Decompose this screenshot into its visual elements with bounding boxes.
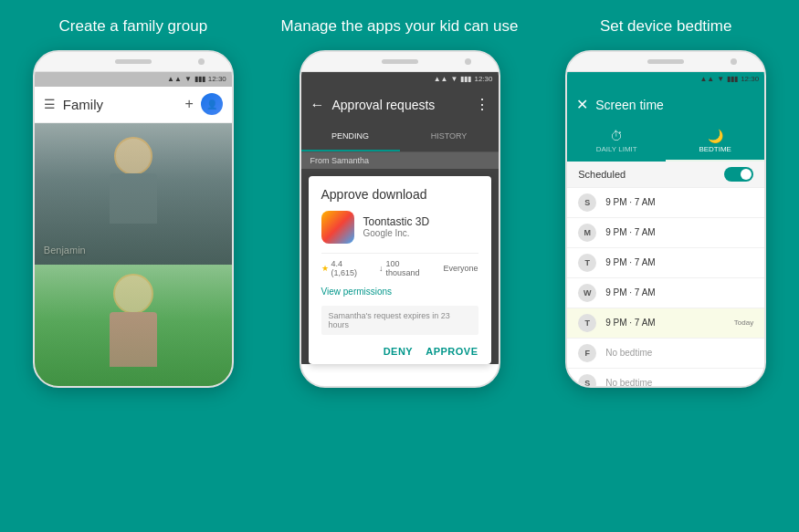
panel-bedtime: Set device bedtime ▲▲ ▼ ▮▮▮ 12:30 ✕ Scre… — [532, 0, 799, 532]
status-bar-3: ▲▲ ▼ ▮▮▮ 12:30 — [567, 72, 764, 87]
tab-bedtime[interactable]: 🌙 BEDTIME — [666, 123, 764, 162]
screen-time-title: Screen time — [595, 98, 755, 112]
panel3-title: Set device bedtime — [600, 16, 732, 37]
downloads-value: 100 thousand — [385, 259, 432, 277]
day-time-4: 9 PM · 7 AM — [605, 318, 734, 328]
day-circle-1: M — [578, 224, 596, 242]
deny-button[interactable]: DENY — [384, 346, 414, 357]
day-rows: S9 PM · 7 AMM9 PM · 7 AMT9 PM · 7 AMW9 P… — [567, 188, 764, 388]
dialog-meta: ★ 4.4 (1,615) ↓ 100 thousand Everyone — [309, 254, 491, 283]
app-row: Toontastic 3D Google Inc. — [309, 207, 491, 253]
screen-time-tabs: ⏱ DAILY LIMIT 🌙 BEDTIME — [567, 123, 764, 162]
phone-2: ▲▲ ▼ ▮▮▮ 12:30 ← Approval requests ⋮ PEN… — [300, 50, 500, 388]
download-icon: ↓ — [379, 264, 384, 273]
signal-icon: ▲▲ — [167, 75, 182, 83]
photo-overlay — [35, 123, 232, 265]
back-icon[interactable]: ← — [310, 97, 325, 113]
approval-dialog: Approve download Toontastic 3D Google In… — [309, 176, 491, 364]
battery-icon-2: ▮▮▮ — [460, 75, 471, 83]
status-bar-2: ▲▲ ▼ ▮▮▮ 12:30 — [301, 72, 499, 87]
day-row-4[interactable]: T9 PM · 7 AMToday — [567, 308, 764, 339]
audience-value: Everyone — [443, 264, 478, 273]
day-row-3[interactable]: W9 PM · 7 AM — [567, 278, 764, 308]
timer-icon: ⏱ — [610, 129, 623, 143]
day-time-1: 9 PM · 7 AM — [605, 227, 753, 237]
phone-speaker-2 — [382, 59, 418, 64]
screen-time-content: Scheduled S9 PM · 7 AMM9 PM · 7 AMT9 PM … — [567, 162, 764, 388]
app-bar-dark: ← Approval requests ⋮ — [301, 87, 499, 123]
downloads-item: ↓ 100 thousand — [379, 259, 433, 277]
phone-1: ▲▲ ▼ ▮▮▮ 12:30 ☰ Family + 👤 Benjam — [33, 50, 234, 388]
photo-girl — [35, 265, 232, 388]
approve-button[interactable]: APPROVE — [426, 346, 478, 357]
more-icon[interactable]: ⋮ — [475, 96, 489, 113]
day-time-5: No bedtime — [605, 348, 753, 358]
day-time-2: 9 PM · 7 AM — [605, 257, 753, 267]
photo-grid: Benjamin — [35, 123, 232, 388]
signal-icon-3: ▲▲ — [699, 75, 714, 83]
wifi-icon: ▼ — [184, 75, 192, 83]
phone-top-3 — [567, 52, 764, 72]
day-row-6[interactable]: SNo bedtime — [567, 369, 764, 388]
menu-icon[interactable]: ☰ — [44, 97, 56, 111]
day-circle-0: S — [578, 193, 596, 212]
dialog-title: Approve download — [309, 176, 491, 207]
view-permissions-link[interactable]: View permissions — [309, 283, 491, 302]
phone-top-2 — [301, 52, 499, 72]
tab-pending[interactable]: PENDING — [301, 123, 400, 151]
tab-daily-limit[interactable]: ⏱ DAILY LIMIT — [567, 123, 666, 162]
time-display-1: 12:30 — [208, 75, 226, 83]
wifi-icon-3: ▼ — [717, 75, 724, 83]
app-publisher: Google Inc. — [363, 228, 430, 238]
app-icon — [321, 211, 354, 244]
day-row-5[interactable]: FNo bedtime — [567, 339, 764, 369]
day-row-0[interactable]: S9 PM · 7 AM — [567, 188, 764, 218]
day-time-6: No bedtime — [605, 378, 753, 388]
dark-background: From Samantha Approve download Toontasti… — [301, 152, 499, 364]
battery-icon: ▮▮▮ — [194, 75, 205, 83]
time-display-3: 12:30 — [741, 75, 759, 83]
wifi-icon-2: ▼ — [451, 75, 458, 83]
day-time-0: 9 PM · 7 AM — [605, 197, 753, 207]
photo-boy: Benjamin — [35, 123, 232, 265]
daily-limit-label: DAILY LIMIT — [596, 145, 637, 153]
phone-speaker — [115, 59, 152, 64]
app-info: Toontastic 3D Google Inc. — [363, 215, 430, 238]
tab-history[interactable]: HISTORY — [400, 123, 499, 151]
day-circle-2: T — [578, 254, 596, 272]
phone-top-1 — [35, 52, 232, 72]
app-bar-title-1: Family — [63, 97, 178, 112]
phone-speaker-3 — [647, 59, 684, 64]
battery-icon-3: ▮▮▮ — [727, 75, 738, 83]
day-row-1[interactable]: M9 PM · 7 AM — [567, 218, 764, 248]
from-label: From Samantha — [301, 152, 499, 169]
scheduled-toggle[interactable] — [724, 167, 753, 182]
girl-photo-overlay — [35, 265, 232, 388]
day-time-3: 9 PM · 7 AM — [605, 287, 753, 297]
app-bar-teal: ✕ Screen time — [567, 87, 764, 123]
tab-bar: PENDING HISTORY — [301, 123, 499, 152]
phone-camera-3 — [731, 58, 737, 65]
star-icon: ★ — [321, 264, 329, 273]
scheduled-row: Scheduled — [567, 162, 764, 188]
avatar[interactable]: 👤 — [201, 93, 223, 115]
rating-item: ★ 4.4 (1,615) — [321, 259, 368, 277]
day-row-2[interactable]: T9 PM · 7 AM — [567, 248, 764, 278]
audience-item: Everyone — [443, 264, 478, 273]
panel-apps: Manage the apps your kid can use ▲▲ ▼ ▮▮… — [267, 0, 533, 532]
day-circle-4: T — [578, 314, 596, 332]
add-icon[interactable]: + — [184, 96, 193, 112]
phone-3: ▲▲ ▼ ▮▮▮ 12:30 ✕ Screen time ⏱ DAILY LIM… — [565, 50, 766, 388]
phone-camera-2 — [465, 58, 471, 65]
rating-value: 4.4 (1,615) — [331, 259, 368, 277]
bedtime-label: BEDTIME — [699, 145, 731, 153]
app-bar-1: ☰ Family + 👤 — [35, 87, 232, 123]
phone-camera — [198, 58, 205, 65]
panel2-title: Manage the apps your kid can use — [281, 16, 519, 37]
app-bar-actions-1: + 👤 — [184, 93, 222, 115]
app-name: Toontastic 3D — [363, 215, 430, 228]
status-bar-1: ▲▲ ▼ ▮▮▮ 12:30 — [35, 72, 232, 87]
day-circle-5: F — [578, 344, 596, 362]
time-display-2: 12:30 — [474, 75, 492, 83]
close-icon[interactable]: ✕ — [576, 96, 588, 113]
